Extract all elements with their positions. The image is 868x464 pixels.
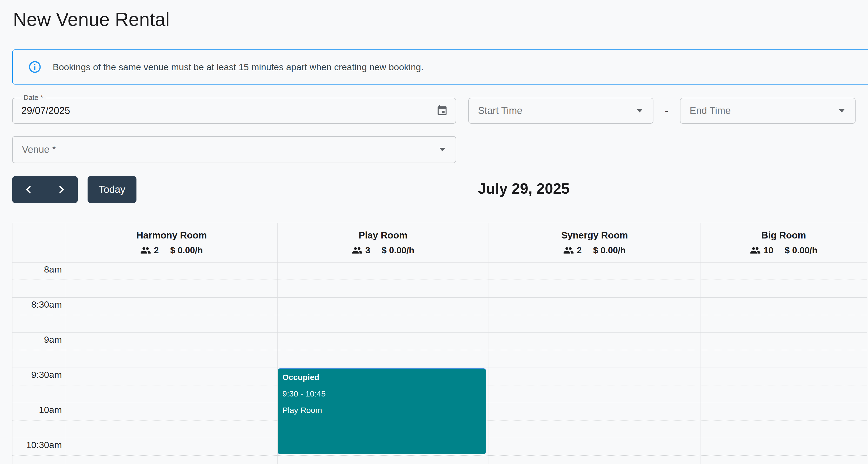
room-name: Big Room	[761, 230, 806, 241]
people-icon	[563, 245, 574, 256]
column-divider	[66, 263, 66, 464]
dropdown-arrow-icon	[439, 148, 445, 152]
column-divider	[277, 263, 278, 464]
date-field-label: Date *	[21, 94, 46, 102]
end-time-placeholder: End Time	[680, 105, 731, 117]
event-venue: Play Room	[282, 405, 481, 416]
view-date-heading: July 29, 2025	[0, 180, 868, 197]
room-capacity: 3	[365, 245, 370, 256]
people-icon	[352, 245, 363, 256]
room-rate: $ 0.00/h	[593, 245, 626, 256]
venue-calendar: Harmony Room 2 $ 0.00/h Play Room 3 $ 0.…	[12, 223, 867, 464]
room-name: Harmony Room	[136, 230, 207, 241]
start-time-select[interactable]: Start Time	[468, 98, 653, 124]
time-gutter-header	[12, 223, 66, 262]
calendar-body[interactable]: 8am 8:30am 9am 9:30am 10am 10:30am Occup…	[12, 263, 867, 464]
calendar-icon[interactable]	[436, 105, 448, 117]
column-header-play-room: Play Room 3 $ 0.00/h	[277, 223, 489, 262]
time-label: 9:30am	[12, 369, 62, 380]
column-header-synergy-room: Synergy Room 2 $ 0.00/h	[489, 223, 700, 262]
time-label: 8am	[12, 264, 62, 275]
venue-select[interactable]: Venue *	[12, 136, 456, 163]
column-divider	[700, 263, 701, 464]
column-divider	[489, 263, 489, 464]
dropdown-arrow-icon	[839, 109, 845, 112]
room-rate: $ 0.00/h	[381, 245, 414, 256]
timegrid-slot[interactable]	[12, 263, 867, 298]
room-capacity: 10	[764, 245, 773, 256]
venue-placeholder: Venue *	[13, 144, 56, 155]
calendar-header-row: Harmony Room 2 $ 0.00/h Play Room 3 $ 0.…	[12, 223, 867, 263]
dropdown-arrow-icon	[637, 109, 643, 112]
info-icon	[28, 60, 42, 74]
time-label: 9am	[12, 334, 62, 345]
time-label: 10:30am	[12, 440, 62, 450]
booking-event-occupied[interactable]: Occupied 9:30 - 10:45 Play Room	[278, 368, 486, 454]
time-label: 8:30am	[12, 299, 62, 310]
time-label: 10am	[12, 405, 62, 415]
info-banner: Bookings of the same venue must be at le…	[12, 49, 868, 85]
room-capacity: 2	[154, 245, 159, 256]
people-icon	[140, 245, 151, 256]
room-name: Synergy Room	[561, 230, 628, 241]
page-title: New Venue Rental	[13, 9, 170, 30]
room-rate: $ 0.00/h	[785, 245, 817, 256]
event-time: 9:30 - 10:45	[282, 389, 481, 399]
room-capacity: 2	[577, 245, 582, 256]
column-header-big-room: Big Room 10 $ 0.00/h	[700, 223, 867, 262]
timegrid-slot[interactable]	[12, 333, 867, 368]
end-time-select[interactable]: End Time	[680, 98, 856, 124]
room-name: Play Room	[359, 230, 407, 241]
date-field-value: 29/07/2025	[13, 105, 70, 117]
time-range-separator: -	[656, 98, 677, 124]
start-time-placeholder: Start Time	[469, 105, 522, 117]
event-title: Occupied	[282, 372, 481, 383]
room-rate: $ 0.00/h	[170, 245, 203, 256]
people-icon	[750, 245, 761, 256]
column-header-harmony-room: Harmony Room 2 $ 0.00/h	[66, 223, 277, 262]
timegrid-slot[interactable]	[12, 298, 867, 333]
banner-text: Bookings of the same venue must be at le…	[53, 62, 424, 72]
date-field[interactable]: Date * 29/07/2025	[12, 98, 456, 124]
